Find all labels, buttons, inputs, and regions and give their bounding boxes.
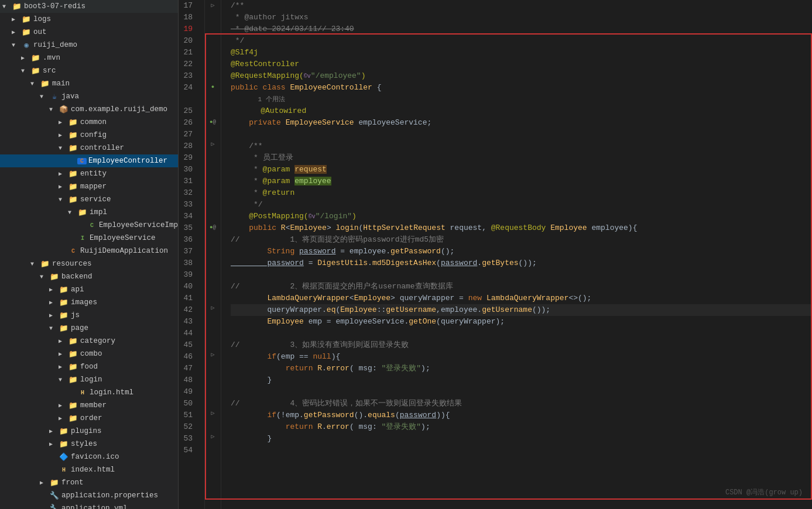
tree-item-page[interactable]: ▼ 📁 page (0, 322, 178, 335)
code-line-51: if(!emp.getPassword().equals(password)){ (231, 410, 812, 421)
tree-item-common[interactable]: ▶ 📁 common (0, 116, 178, 129)
tree-item-js[interactable]: ▶ 📁 js (0, 309, 178, 322)
tree-item-category[interactable]: ▶ 📁 category (0, 335, 178, 348)
tree-label: ruiji_demo (33, 41, 178, 49)
tree-item-service[interactable]: ▼ 📁 service (0, 193, 178, 206)
arrow-icon: ▶ (59, 363, 68, 370)
folder-icon: 📁 (68, 118, 78, 127)
code-line-44 (231, 328, 812, 339)
tree-item-ruiji-demo[interactable]: ▼ ◉ ruiji_demo (0, 39, 178, 51)
arrow-icon: ▼ (59, 377, 68, 383)
tree-label: order (80, 414, 178, 422)
folder-icon: 📁 (12, 2, 22, 11)
tree-item-controller[interactable]: ▼ 📁 controller (0, 142, 178, 154)
code-line-31: * @param employee (231, 176, 812, 187)
code-line-33: */ (231, 199, 812, 211)
arrow-icon: ▼ (59, 145, 68, 152)
line-numbers: 17 18 19 20 21 22 23 24 25 26 27 28 29 3… (179, 0, 205, 509)
tree-item-entity[interactable]: ▶ 📁 entity (0, 167, 178, 180)
tree-item-application-yml[interactable]: 🔧 application.yml (0, 502, 178, 509)
code-area: 17 18 19 20 21 22 23 24 25 26 27 28 29 3… (179, 0, 812, 509)
code-line-40: // 2、根据页面提交的用户名username查询数据库 (231, 281, 812, 293)
arrow-icon: ▼ (40, 274, 49, 280)
tree-label: application.properties (61, 491, 178, 500)
tree-item-mvn[interactable]: ▶ 📁 .mvn (0, 51, 178, 64)
tree-label: food (80, 363, 178, 371)
tree-item-styles[interactable]: ▶ 📁 styles (0, 438, 178, 450)
gutter: ▷ ● ●@ ▷ ●@ ▷ (205, 0, 221, 509)
module-icon: ◉ (21, 40, 32, 50)
code-line-35: public R<Employee> login(HttpServletRequ… (231, 222, 812, 234)
tree-item-order[interactable]: ▶ 📁 order (0, 412, 178, 425)
code-line-36: // 1、将页面提交的密码password进行md5加密 (231, 234, 812, 246)
folder-icon: 📁 (68, 336, 78, 346)
tree-item-backend[interactable]: ▼ 📁 backend (0, 270, 178, 283)
tree-item-employee-service[interactable]: I EmployeeService (0, 232, 178, 245)
arrow-icon: ▼ (68, 209, 77, 216)
code-editor: 17 18 19 20 21 22 23 24 25 26 27 28 29 3… (179, 0, 812, 509)
tree-label: images (71, 298, 178, 307)
tree-item-out[interactable]: ▶ 📁 out (0, 26, 178, 39)
tree-item-plugins[interactable]: ▶ 📁 plugins (0, 425, 178, 438)
code-line-21: @Slf4j (231, 47, 812, 59)
tree-label: EmployeeService (90, 234, 178, 242)
tree-label: combo (80, 350, 178, 358)
tree-item-employee-service-impl[interactable]: C EmployeeServiceImpl (0, 219, 178, 232)
folder-icon: 📁 (68, 143, 78, 153)
tree-item-employee-controller[interactable]: C EmployeeController (0, 154, 178, 167)
spring-interface-icon: I (77, 235, 88, 242)
tree-item-com-example[interactable]: ▼ 📦 com.example.ruiji_demo (0, 103, 178, 116)
arrow-icon: ▶ (59, 119, 68, 126)
folder-icon: 📁 (59, 324, 69, 333)
tree-item-favicon[interactable]: 🔷 favicon.ico (0, 450, 178, 463)
tree-label: category (80, 337, 178, 345)
tree-item-member[interactable]: ▶ 📁 member (0, 399, 178, 412)
tree-label: config (80, 131, 178, 139)
code-line-17: /** (231, 0, 812, 12)
tree-label: RuijiDemoApplication (80, 247, 178, 255)
folder-icon: 📁 (30, 53, 41, 63)
folder-icon: 📁 (49, 478, 60, 487)
code-line-42: queryWrapper.eq(Employee::getUsername,em… (231, 304, 812, 316)
tree-item-front[interactable]: ▶ 📁 front (0, 476, 178, 489)
code-line-24: public class EmployeeController { (231, 82, 812, 94)
arrow-icon: ▼ (2, 4, 12, 10)
folder-icon: 📁 (68, 401, 78, 410)
folder-icon: 📁 (59, 439, 69, 449)
tree-label: favicon.ico (71, 453, 178, 461)
tree-item-impl[interactable]: ▼ 📁 impl (0, 206, 178, 219)
tree-item-resources[interactable]: ▼ 📁 resources (0, 257, 178, 270)
package-icon: 📦 (59, 105, 69, 114)
tree-label: js (71, 311, 178, 319)
tree-item-src[interactable]: ▼ 📁 src (0, 64, 178, 77)
tree-label: EmployeeServiceImpl (99, 221, 179, 229)
tree-item-main[interactable]: ▼ 📁 main (0, 77, 178, 90)
tree-item-java[interactable]: ▼ ☕ java (0, 90, 178, 103)
tree-item-images[interactable]: ▶ 📁 images (0, 296, 178, 309)
tree-item-login-html[interactable]: H login.html (0, 386, 178, 399)
tree-item-config[interactable]: ▶ 📁 config (0, 129, 178, 142)
arrow-icon: ▶ (49, 299, 59, 306)
file-tree[interactable]: ▼ 📁 boot3-07-redis ▶ 📁 logs ▶ 📁 out ▼ ◉ … (0, 0, 179, 509)
tree-item-api[interactable]: ▶ 📁 api (0, 283, 178, 296)
tree-item-login-folder[interactable]: ▼ 📁 login (0, 373, 178, 386)
arrow-icon: ▶ (59, 338, 68, 345)
tree-item-logs[interactable]: ▶ 📁 logs (0, 13, 178, 26)
tree-label: out (33, 28, 178, 36)
tree-item-index-html[interactable]: H index.html (0, 463, 178, 476)
tree-label: src (43, 67, 178, 75)
code-line-22: @RestController (231, 59, 812, 70)
tree-label: .mvn (43, 54, 178, 62)
code-line-28: /** (231, 140, 812, 152)
yml-icon: 🔧 (49, 504, 60, 509)
tree-item-food[interactable]: ▶ 📁 food (0, 360, 178, 373)
tree-label: common (80, 118, 178, 126)
tree-item-application-props[interactable]: 🔧 application.properties (0, 489, 178, 502)
tree-label: resources (52, 260, 178, 268)
tree-item-mapper[interactable]: ▶ 📁 mapper (0, 180, 178, 193)
tree-item-combo[interactable]: ▶ 📁 combo (0, 348, 178, 360)
tree-item-ruiji-application[interactable]: C RuijiDemoApplication (0, 245, 178, 257)
folder-icon: 📁 (68, 375, 78, 384)
folder-icon: 📁 (68, 414, 78, 423)
tree-item-boot3-07-redis[interactable]: ▼ 📁 boot3-07-redis (0, 0, 178, 13)
